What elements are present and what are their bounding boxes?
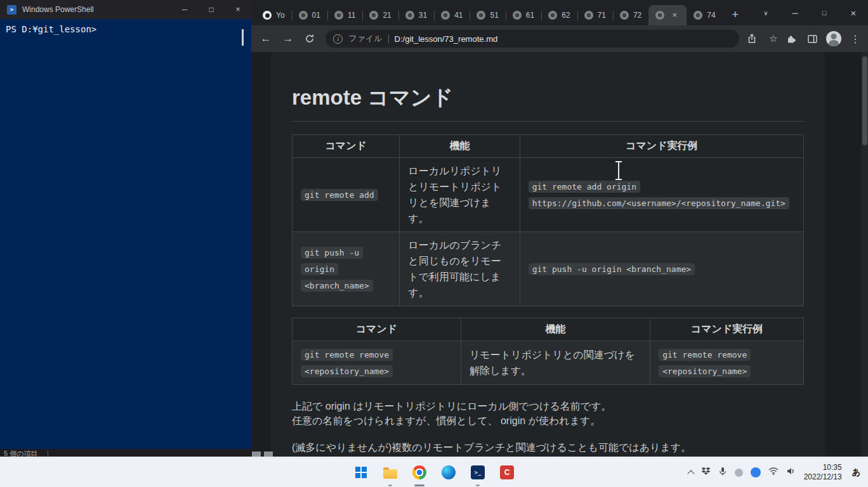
tab-21[interactable]: 21 (362, 5, 398, 25)
page-favicon-icon (405, 11, 414, 20)
page-scrollbar[interactable] (861, 52, 868, 458)
tab-strip: Yo 01 11 21 31 41 (251, 0, 868, 25)
command-cell: git push -u origin <branch_name> (293, 232, 400, 306)
table-row: git push -u origin <branch_name> ローカルのブラ… (293, 232, 804, 306)
tab-31[interactable]: 31 (398, 5, 434, 25)
ime-mode-indicator[interactable]: あ (850, 467, 863, 478)
taskbar-clock[interactable]: 10:35 2022/12/13 (804, 463, 842, 482)
extensions-puzzle-icon[interactable] (782, 30, 800, 48)
tab-label: 71 (598, 11, 606, 20)
wifi-icon[interactable] (768, 467, 779, 478)
volume-icon[interactable] (786, 467, 796, 478)
close-button[interactable]: × (839, 0, 868, 25)
paragraph-origin-naming: 上記で origin はリモートリポジトリにローカル側でつける名前です。 任意の… (292, 399, 804, 428)
tab-41[interactable]: 41 (434, 5, 470, 25)
statusbar-divider (48, 450, 48, 457)
paragraph-multiple-remotes: (滅多にやりませんが)複数のリモートブランチと関連づけることも可能ではあります。… (292, 440, 804, 458)
forward-button[interactable]: → (279, 29, 298, 48)
powershell-console[interactable]: PS D:¥git_lesson> (0, 19, 251, 449)
tab-label: 74 (707, 11, 715, 20)
tray-blue-app-icon[interactable] (751, 467, 761, 477)
dropbox-icon[interactable] (701, 467, 711, 478)
taskbar-start-button[interactable] (351, 462, 371, 483)
scrollbar-thumb[interactable] (862, 56, 867, 145)
code-span: git remote remove <repository_name> (659, 349, 751, 377)
page-favicon-icon (441, 11, 450, 20)
browser-toolbar: ← → i ファイル D:/git_lesson/73_remote.md ☆ … (251, 25, 868, 52)
taskbar-icon-edge[interactable] (438, 462, 459, 483)
side-panel-icon[interactable] (804, 30, 822, 48)
browser-menu-icon[interactable]: ⋮ (846, 30, 864, 48)
maximize-button[interactable]: □ (810, 0, 839, 25)
ps-close-button[interactable]: × (225, 0, 251, 19)
github-favicon-icon (263, 11, 272, 20)
description-cell: リモートリポジトリとの関連づけを解除します。 (461, 341, 650, 385)
tab-74[interactable]: 74 (687, 5, 722, 25)
tab-search-icon[interactable]: ∨ (751, 0, 780, 25)
mouse-cursor-ibeam (614, 160, 624, 181)
tab-label: 31 (419, 11, 427, 20)
command-cell: git remote add (293, 158, 400, 232)
remote-add-table: コマンド 機能 コマンド実行例 git remote add ローカルリポジトリ… (292, 134, 804, 306)
tab-71[interactable]: 71 (577, 5, 613, 25)
back-button[interactable]: ← (256, 29, 275, 48)
code-span: git push -u origin <branch_name> (529, 263, 695, 275)
address-bar[interactable]: i ファイル D:/git_lesson/73_remote.md (326, 30, 739, 48)
reload-button[interactable] (301, 29, 320, 48)
microphone-icon[interactable] (718, 467, 727, 479)
tab-11[interactable]: 11 (327, 5, 362, 25)
tab-label: 61 (526, 11, 534, 20)
tab-51[interactable]: 51 (470, 5, 505, 25)
table-header-row: コマンド 機能 コマンド実行例 (293, 318, 804, 341)
table-header-row: コマンド 機能 コマンド実行例 (293, 135, 804, 158)
taskbar-icon-red-app[interactable]: C (497, 462, 517, 483)
chrome-icon (412, 465, 426, 479)
file-scheme-label: ファイル (348, 33, 382, 44)
terminal-icon: >_ (471, 465, 485, 479)
tray-app-icon[interactable] (735, 469, 743, 477)
share-icon[interactable] (743, 30, 761, 48)
table-row: git remote add ローカルリポジトリとリモートリポジトリとを関連づけ… (293, 158, 804, 232)
page-favicon-icon (513, 11, 522, 20)
powershell-scrollbar-thumb[interactable] (242, 29, 244, 46)
tab-62[interactable]: 62 (541, 5, 577, 25)
tab-label: Yo (276, 11, 285, 20)
page-favicon-icon (655, 11, 664, 20)
page-favicon-icon (548, 11, 557, 20)
taskbar-icon-file-explorer[interactable] (380, 462, 400, 483)
tab-61[interactable]: 61 (506, 5, 541, 25)
tab-label: 11 (348, 11, 355, 20)
text-line: (滅多にやりませんが)複数のリモートブランチと関連づけることも可能ではあります。 (292, 440, 804, 455)
tab-72[interactable]: 72 (613, 5, 648, 25)
tab-github[interactable]: Yo (256, 5, 292, 25)
windows-logo-icon (355, 467, 367, 478)
tab-close-icon[interactable]: × (669, 10, 680, 20)
tab-label: 01 (312, 11, 320, 20)
page-favicon-icon (299, 11, 308, 20)
page-favicon-icon (620, 11, 629, 20)
description-cell: ローカルのブランチと同じものをリモートで利用可能にします。 (400, 232, 520, 306)
tray-chevron-up-icon[interactable] (687, 470, 694, 477)
page-favicon-icon (334, 11, 343, 20)
tab-label: 62 (562, 11, 570, 20)
tab-label: 72 (633, 11, 641, 20)
profile-avatar[interactable] (825, 30, 843, 48)
text-line: 上記で origin はリモートリポジトリにローカル側でつける名前です。 (292, 399, 804, 413)
tab-active-73[interactable]: × (648, 5, 687, 25)
ps-minimize-button[interactable]: ─ (171, 0, 198, 19)
powershell-titlebar[interactable]: > Windows PowerShell ─ □ × (0, 0, 251, 19)
taskbar-icon-powershell[interactable]: >_ (468, 462, 488, 483)
bookmark-star-icon[interactable]: ☆ (765, 30, 782, 48)
code-span: git remote add origin https://github.com… (529, 181, 789, 209)
taskbar-icon-chrome[interactable] (409, 462, 430, 483)
tab-01[interactable]: 01 (292, 5, 327, 25)
ps-maximize-button[interactable]: □ (198, 0, 225, 19)
page-favicon-icon (694, 11, 702, 20)
header-command: コマンド (293, 135, 400, 158)
site-info-icon[interactable]: i (333, 34, 343, 44)
new-tab-button[interactable]: + (727, 6, 744, 23)
taskbar-center: >_ C (351, 457, 517, 487)
code-span: git push -u origin <branch_name> (301, 247, 373, 292)
header-function: 機能 (400, 135, 520, 158)
minimize-button[interactable]: ─ (780, 0, 810, 25)
